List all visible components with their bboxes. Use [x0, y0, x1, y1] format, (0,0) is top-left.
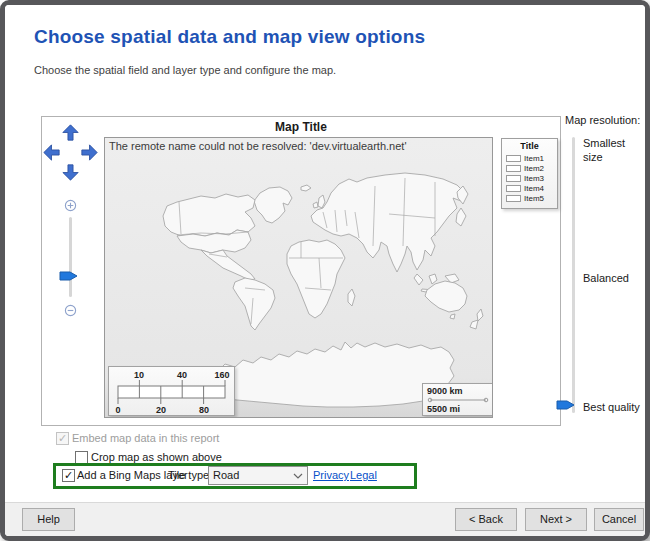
legend-item: Item2	[506, 163, 553, 173]
wizard-window: Choose spatial data and map view options…	[0, 0, 650, 541]
pan-up-icon[interactable]	[62, 124, 79, 141]
resolution-option-smallest: Smallest size	[583, 136, 641, 164]
footer-bar: Help < Back Next > Cancel	[5, 502, 645, 536]
distance-mi-label: 5500 mi	[427, 404, 488, 414]
color-scale-legend: 10 40 160 0 20 80	[108, 366, 235, 416]
legal-link[interactable]: Legal	[350, 469, 377, 481]
distance-scale-line	[427, 396, 489, 404]
pan-down-icon[interactable]	[62, 164, 79, 181]
pan-right-icon[interactable]	[81, 144, 98, 161]
svg-text:10: 10	[134, 370, 144, 380]
legend-swatch	[506, 195, 521, 202]
svg-text:40: 40	[177, 370, 187, 380]
distance-scale: 9000 km 5500 mi	[422, 383, 493, 416]
map-viewport: The remote name could not be resolved: '…	[104, 137, 493, 418]
page-title: Choose spatial data and map view options	[34, 26, 425, 48]
tile-type-value: Road	[213, 469, 239, 481]
embed-map-data-label: Embed map data in this report	[72, 432, 219, 444]
pan-left-icon[interactable]	[43, 144, 60, 161]
help-button[interactable]: Help	[22, 508, 75, 531]
next-button[interactable]: Next >	[525, 508, 587, 531]
zoom-out-icon[interactable]	[64, 304, 77, 317]
zoom-slider-thumb[interactable]	[59, 269, 78, 283]
map-preview-panel: Map Title	[41, 116, 561, 426]
legend-swatch	[506, 175, 521, 182]
resolution-option-balanced: Balanced	[583, 272, 629, 284]
legend-swatch	[506, 185, 521, 192]
distance-km-label: 9000 km	[427, 386, 488, 396]
svg-text:20: 20	[156, 405, 166, 415]
wizard-body: Choose spatial data and map view options…	[5, 5, 645, 536]
legend-swatch	[506, 155, 521, 162]
legend-item: Item3	[506, 173, 553, 183]
svg-text:80: 80	[199, 405, 209, 415]
privacy-link[interactable]: Privacy	[313, 469, 349, 481]
crop-map-label: Crop map as shown above	[91, 451, 222, 463]
cancel-button[interactable]: Cancel	[594, 508, 644, 531]
resolution-option-best: Best quality	[583, 401, 640, 413]
map-error-message: The remote name could not be resolved: '…	[109, 140, 407, 152]
resolution-slider-thumb[interactable]	[556, 398, 575, 412]
legend-item: Item5	[506, 193, 553, 203]
map-legend: Title Item1 Item2 Item3 Item4	[501, 138, 558, 209]
map-title: Map Title	[42, 120, 560, 134]
back-button[interactable]: < Back	[455, 508, 517, 531]
legend-swatch	[506, 165, 521, 172]
tile-type-label: Tile type:	[168, 469, 212, 481]
chevron-down-icon	[293, 473, 303, 479]
legend-title: Title	[506, 141, 553, 151]
resolution-slider-track[interactable]	[572, 137, 575, 413]
zoom-in-icon[interactable]	[64, 199, 77, 212]
embed-map-data-checkbox	[56, 432, 69, 445]
svg-text:0: 0	[115, 405, 120, 415]
bing-maps-layer-checkbox[interactable]	[62, 469, 75, 482]
tile-type-select[interactable]: Road	[208, 466, 308, 485]
page-subtitle: Choose the spatial field and layer type …	[34, 64, 336, 76]
legend-item: Item4	[506, 183, 553, 193]
map-resolution-label: Map resolution:	[565, 114, 640, 126]
svg-text:160: 160	[214, 370, 229, 380]
zoom-slider-track[interactable]	[69, 217, 72, 297]
bing-layer-highlight: Add a Bing Maps layer Tile type: Road Pr…	[53, 463, 417, 489]
legend-item: Item1	[506, 153, 553, 163]
